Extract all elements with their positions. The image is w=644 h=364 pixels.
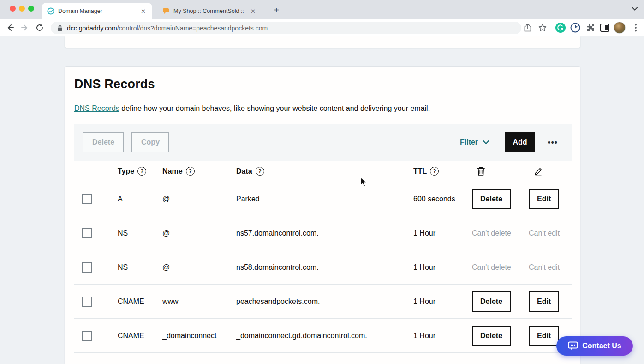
previous-card-edge: [65, 36, 580, 48]
lock-icon: [57, 25, 63, 31]
cant-delete-label: Can't delete: [472, 229, 511, 237]
help-icon[interactable]: ?: [186, 167, 195, 176]
tab-domain-manager[interactable]: Domain Manager ✕: [42, 3, 152, 19]
record-data: peachesandpockets.com.: [236, 297, 413, 306]
close-tab-icon[interactable]: ✕: [140, 8, 147, 15]
table-row: CNAMEwwwpeachesandpockets.com.1 HourDele…: [74, 285, 572, 319]
table-header-row: Type? Name? Data? TTL?: [74, 161, 572, 182]
clock-extension-icon[interactable]: [569, 21, 582, 34]
browser-window: Domain Manager ✕ My Shop :: CommentSold …: [0, 0, 644, 364]
column-header-ttl: TTL?: [413, 167, 472, 176]
record-data: _domainconnect.gd.domaincontrol.com.: [236, 332, 413, 340]
grammarly-extension-icon[interactable]: [554, 21, 567, 34]
row-edit-button[interactable]: Edit: [529, 189, 559, 209]
close-window-button[interactable]: [10, 6, 16, 12]
address-bar[interactable]: dcc.godaddy.com/control/dns?domainName=p…: [51, 22, 521, 34]
forward-icon[interactable]: [18, 21, 31, 34]
record-name: @: [162, 263, 236, 272]
record-type: CNAME: [118, 297, 162, 306]
url-path: /control/dns?domainName=peachesandpocket…: [117, 24, 268, 32]
tab-strip: Domain Manager ✕ My Shop :: CommentSold …: [0, 0, 644, 19]
tab-title: My Shop :: CommentSold ::: [173, 8, 246, 14]
contact-us-label: Contact Us: [582, 342, 621, 350]
row-checkbox[interactable]: [82, 262, 92, 273]
filter-dropdown[interactable]: Filter: [460, 138, 489, 146]
add-record-button[interactable]: Add: [505, 132, 535, 152]
record-ttl: 600 seconds: [413, 195, 472, 203]
dns-records-table: Type? Name? Data? TTL? A@Parked600 secon…: [74, 161, 572, 353]
table-row: A@Parked600 secondsDeleteEdit: [74, 182, 572, 216]
fullscreen-window-button[interactable]: [28, 6, 34, 12]
share-icon[interactable]: [521, 21, 534, 34]
godaddy-icon: [47, 7, 54, 15]
row-checkbox[interactable]: [82, 194, 92, 204]
record-data: Parked: [236, 195, 413, 203]
row-edit-button[interactable]: Edit: [529, 291, 559, 312]
dns-records-card: DNS Records DNS Records define how your …: [65, 66, 580, 364]
chevron-down-icon: [483, 140, 489, 145]
pencil-icon: [529, 166, 572, 176]
record-ttl: 1 Hour: [413, 332, 472, 340]
delete-selected-button[interactable]: Delete: [83, 132, 124, 152]
dns-records-link[interactable]: DNS Records: [74, 104, 119, 112]
trash-icon: [472, 166, 529, 176]
record-data: ns58.domaincontrol.com.: [236, 263, 413, 272]
record-name: @: [162, 229, 236, 237]
close-tab-icon[interactable]: ✕: [250, 8, 256, 15]
tab-my-shop-commentsold[interactable]: My Shop :: CommentSold :: ✕: [157, 3, 262, 19]
record-type: NS: [118, 263, 162, 272]
row-delete-button[interactable]: Delete: [472, 189, 511, 209]
tab-overflow-chevron-icon[interactable]: [631, 5, 638, 12]
back-icon[interactable]: [4, 21, 17, 34]
row-checkbox[interactable]: [82, 297, 92, 307]
sidebar-toggle-icon[interactable]: [598, 21, 611, 34]
row-delete-button[interactable]: Delete: [472, 291, 511, 312]
table-body: A@Parked600 secondsDeleteEditNS@ns57.dom…: [74, 182, 572, 353]
column-header-name: Name?: [162, 167, 236, 176]
tab-title: Domain Manager: [58, 8, 136, 14]
new-tab-button[interactable]: +: [270, 5, 282, 17]
mouse-cursor: [359, 177, 369, 188]
column-header-type: Type?: [118, 167, 162, 176]
browser-menu-icon[interactable]: [629, 21, 642, 34]
page-title: DNS Records: [74, 77, 155, 91]
help-icon[interactable]: ?: [430, 167, 439, 176]
contact-us-button[interactable]: Contact Us: [556, 336, 633, 356]
record-name: @: [162, 195, 236, 203]
browser-toolbar: dcc.godaddy.com/control/dns?domainName=p…: [0, 19, 644, 36]
record-name: www: [162, 297, 236, 306]
profile-avatar[interactable]: [614, 22, 626, 34]
chat-bubble-icon: [568, 341, 578, 351]
reload-icon[interactable]: [33, 21, 46, 34]
more-options-icon[interactable]: •••: [548, 138, 558, 147]
table-row: NS@ns57.domaincontrol.com.1 HourCan't de…: [74, 216, 572, 250]
dns-description-text: define how your domain behaves, like sho…: [119, 104, 430, 112]
bookmark-star-icon[interactable]: [536, 21, 549, 34]
record-data: ns57.domaincontrol.com.: [236, 229, 413, 237]
record-name: _domainconnect: [162, 332, 236, 340]
records-toolbar: Delete Copy Filter Add •••: [74, 124, 572, 161]
url-domain: dcc.godaddy.com: [67, 24, 117, 32]
url-text: dcc.godaddy.com/control/dns?domainName=p…: [67, 24, 268, 32]
record-ttl: 1 Hour: [413, 229, 472, 237]
help-icon[interactable]: ?: [137, 167, 146, 176]
row-checkbox[interactable]: [82, 331, 92, 341]
cant-edit-label: Can't edit: [529, 229, 560, 237]
record-type: A: [118, 195, 162, 203]
dns-description: DNS Records define how your domain behav…: [74, 104, 430, 113]
row-edit-button[interactable]: Edit: [529, 326, 559, 346]
row-checkbox[interactable]: [82, 228, 92, 238]
row-delete-button[interactable]: Delete: [472, 326, 511, 346]
cant-edit-label: Can't edit: [529, 263, 560, 271]
tab-divider: [266, 6, 266, 15]
record-ttl: 1 Hour: [413, 297, 472, 306]
copy-selected-button[interactable]: Copy: [131, 132, 169, 152]
table-row: CNAME_domainconnect_domainconnect.gd.dom…: [74, 319, 572, 353]
chat-icon: [162, 7, 170, 15]
extensions-puzzle-icon[interactable]: [584, 21, 597, 34]
filter-label: Filter: [460, 138, 478, 146]
column-header-data: Data?: [236, 167, 413, 176]
minimize-window-button[interactable]: [19, 6, 25, 12]
help-icon[interactable]: ?: [256, 167, 264, 176]
dns-manager-page: DNS Records DNS Records define how your …: [0, 36, 644, 364]
